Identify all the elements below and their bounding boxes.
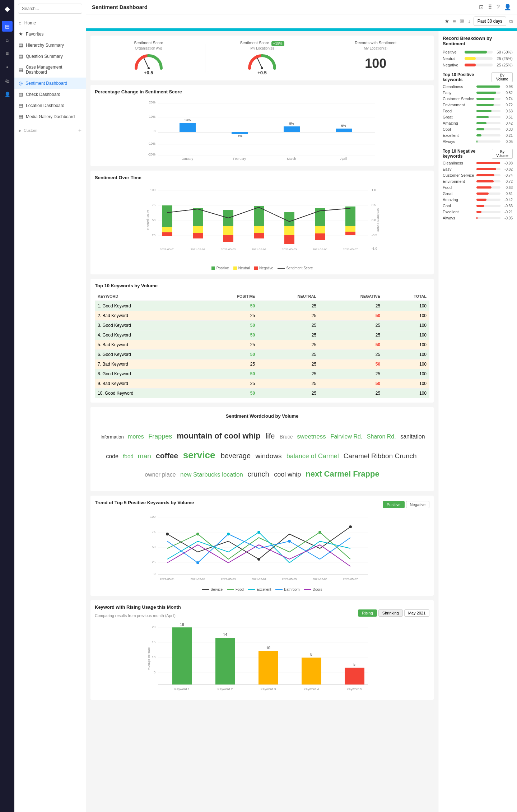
kw-neg-bar [476, 186, 492, 189]
svg-point-3 [261, 67, 263, 69]
svg-text:Keyword 2: Keyword 2 [218, 687, 233, 691]
kw-pos-bar-wrap [476, 110, 500, 112]
negative-bar-wrap [465, 64, 493, 66]
legend-score-color [278, 268, 285, 269]
wc-word[interactable]: next Carmel Frappe [306, 469, 379, 478]
wc-word[interactable]: beverage [221, 452, 253, 460]
negative-kw-row: Always -0.05 [443, 216, 513, 220]
food-line-color [227, 589, 234, 590]
kw-pos-label: Food [443, 109, 475, 113]
wc-word[interactable]: windows [256, 452, 284, 460]
bookmark-icon[interactable]: ★ [444, 18, 449, 24]
rail-icon-bag[interactable]: 🛍 [2, 75, 13, 86]
sidebar-item-home[interactable]: ⌂ Home [14, 17, 86, 28]
rising-rising-btn[interactable]: Rising [358, 609, 377, 617]
wc-word[interactable]: man [138, 452, 153, 460]
sidebar-item-media[interactable]: ▤ Media Gallery Dashboard [14, 111, 86, 122]
wc-word[interactable]: information [101, 434, 125, 440]
svg-line-0 [144, 58, 149, 68]
negative-kw-row: Amazing -0.42 [443, 198, 513, 202]
trend-negative-btn[interactable]: Negative [406, 501, 429, 508]
download-icon[interactable]: ↓ [468, 18, 471, 24]
rail-icon-dot[interactable]: • [2, 62, 13, 73]
wc-word[interactable]: balance of Carmel [287, 453, 341, 460]
svg-text:2021-05-02: 2021-05-02 [191, 577, 205, 581]
main-area: Sentiment Dashboard ⊡ ⠿ ? 👤 ★ ≡ ✉ ↓ Past… [86, 0, 517, 812]
kw-negative: 25 [319, 301, 383, 311]
wc-word[interactable]: sweetness [297, 433, 327, 440]
rail-icon-list[interactable]: ≡ [2, 48, 13, 59]
rising-month-btn[interactable]: May 2021 [404, 609, 429, 617]
kw-pos-bar [476, 92, 496, 94]
help-icon[interactable]: ? [497, 4, 500, 10]
wc-word[interactable]: cool whip [274, 471, 303, 478]
kw-neg-val: -0.21 [502, 210, 513, 214]
svg-point-83 [318, 531, 321, 534]
wc-word[interactable]: Bruce [280, 434, 294, 440]
kw-neg-val: -0.63 [502, 186, 513, 190]
svg-text:2021-05-02: 2021-05-02 [191, 248, 205, 251]
rising-title: Keyword with Rising Usage this Month [95, 604, 181, 610]
kw-total: 100 [383, 301, 429, 311]
sidebar-item-location[interactable]: ▤ Location Dashboard [14, 100, 86, 111]
positive-label: Positive [443, 50, 462, 54]
trend-positive-btn[interactable]: Positive [383, 501, 405, 508]
wc-word[interactable]: mores [128, 433, 145, 440]
kw-neg-val: -0.51 [502, 192, 513, 196]
list-icon[interactable]: ≡ [453, 18, 456, 24]
kw-pos-bar [476, 85, 500, 88]
sidebar-item-case[interactable]: ▤ Case Management Dashboard [14, 62, 86, 78]
wc-word[interactable]: mountain of cool whip [177, 431, 263, 440]
wc-word[interactable]: Caramel Ribbon Crunch [344, 452, 417, 460]
wc-word[interactable]: owner place [145, 472, 177, 478]
wc-word[interactable]: new Starbucks location [180, 471, 245, 478]
search-input[interactable] [18, 4, 82, 14]
wc-word[interactable]: food [123, 453, 135, 459]
shield-icon[interactable]: ⊡ [479, 4, 484, 10]
kw-pos-val: 0.33 [502, 127, 513, 131]
positive-by-vol-btn[interactable]: By Volume [492, 72, 513, 82]
positive-kw-row: Great 0.51 [443, 115, 513, 119]
legend-doors: Doors [304, 588, 322, 591]
svg-point-79 [166, 533, 169, 535]
wc-word[interactable]: Fairview Rd. [330, 433, 364, 440]
org-score-card: Sentiment Score Organization Avg +0.5 [96, 41, 201, 75]
rail-icon-dashboard[interactable]: ▤ [2, 21, 13, 32]
kw-pos-label: Customer Service [443, 97, 475, 101]
negative-by-vol-btn[interactable]: By Volume [492, 149, 513, 159]
svg-point-87 [288, 540, 291, 543]
kw-total: 100 [383, 389, 429, 398]
grid-icon[interactable]: ⠿ [488, 4, 492, 10]
wc-word[interactable]: crunch [248, 470, 271, 478]
svg-text:2021-05-06: 2021-05-06 [313, 248, 327, 251]
svg-text:10: 10 [266, 646, 270, 650]
kw-pos-val: 0.42 [502, 121, 513, 125]
filter-icon[interactable]: ⧉ [509, 18, 513, 24]
add-custom-icon[interactable]: + [78, 127, 81, 134]
rising-shrinking-btn[interactable]: Shrinking [378, 609, 403, 617]
sidebar-item-label-favorites: Favorites [26, 32, 43, 37]
svg-rect-58 [315, 233, 325, 240]
user-icon[interactable]: 👤 [504, 4, 511, 10]
sidebar-item-question[interactable]: ▤ Question Summary [14, 51, 86, 62]
sidebar-item-hierarchy[interactable]: ▤ Hierarchy Summary [14, 40, 86, 51]
wc-word[interactable]: life [266, 432, 277, 440]
wc-word[interactable]: Sharon Rd. [367, 433, 397, 440]
rail-icon-person[interactable]: 👤 [2, 89, 13, 100]
wc-word[interactable]: coffee [156, 451, 180, 460]
wc-word[interactable]: service [183, 450, 218, 460]
page-title: Sentiment Dashboard [92, 4, 148, 10]
mail-icon[interactable]: ✉ [460, 18, 464, 24]
rail-icon-home[interactable]: ⌂ [2, 34, 13, 45]
sidebar-item-sentiment[interactable]: ◎ Sentiment Dashboard [14, 78, 86, 89]
sidebar-item-favorites[interactable]: ★ Favorites [14, 28, 86, 40]
rising-header: Keyword with Rising Usage this Month Com… [95, 604, 429, 621]
wc-word[interactable]: Frappes [148, 433, 174, 440]
date-filter-button[interactable]: Past 30 days [474, 17, 506, 26]
svg-rect-49 [223, 235, 233, 242]
kw-col-neutral: NEUTRAL [258, 292, 319, 301]
svg-text:15: 15 [152, 640, 155, 644]
positive-kw-row: Customer Service 0.74 [443, 97, 513, 101]
sidebar-item-label-home: Home [24, 20, 36, 25]
sidebar-item-check[interactable]: ▤ Check Dashboard [14, 89, 86, 100]
